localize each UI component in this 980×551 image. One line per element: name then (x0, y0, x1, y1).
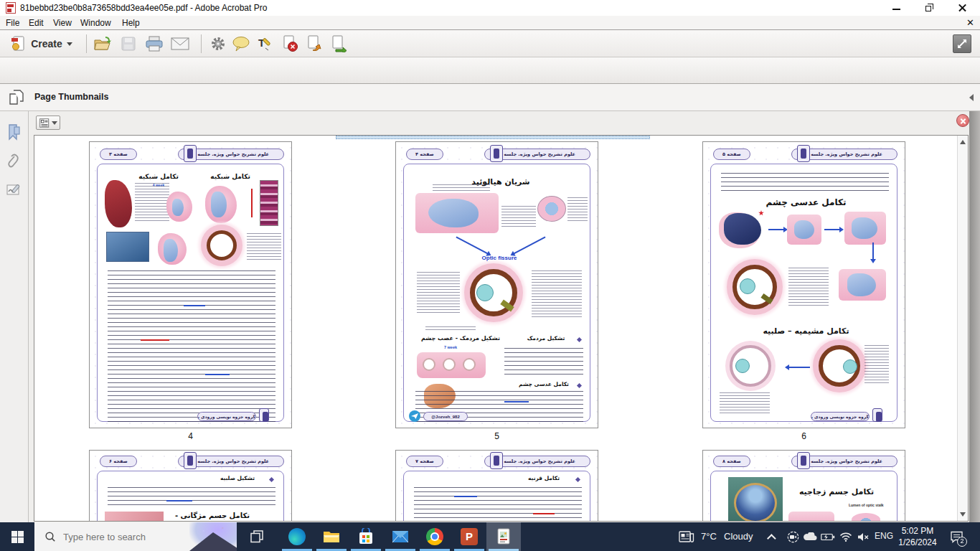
section-title: تکامل شبکیه (126, 173, 191, 180)
save-button[interactable] (118, 34, 139, 54)
blue-arrow (824, 229, 840, 230)
thumbnail-label-6[interactable]: 6 (702, 431, 905, 441)
weather-temp[interactable]: 7°C (701, 531, 717, 542)
convert-button[interactable] (329, 34, 349, 54)
body-text-block (108, 487, 275, 509)
collapse-panel-button[interactable] (966, 91, 977, 104)
taskbar-search[interactable] (34, 522, 237, 551)
clock[interactable]: 5:02 PM 1/26/2024 (895, 525, 940, 548)
print-button[interactable] (143, 34, 165, 54)
section-title: تکامل قرنیه (515, 475, 573, 481)
title-bar: 81bebbd23be0b8a73658bdd3ea4ee05e.pdf - A… (0, 0, 980, 16)
lens-vesicle-shape (847, 273, 876, 296)
ciliary-body-photo (105, 512, 164, 522)
thumbnail-label-4[interactable]: 4 (89, 431, 292, 441)
page-header-number: صفحه ۷ (406, 456, 443, 467)
eye-photo-background (728, 477, 783, 522)
delete-pages-button[interactable] (280, 34, 300, 54)
email-button[interactable] (169, 34, 191, 54)
close-button[interactable] (957, 2, 969, 14)
scroll-up-arrow[interactable] (960, 140, 966, 144)
tray-overflow-button[interactable] (763, 522, 782, 551)
language-indicator[interactable]: ENG (875, 531, 893, 541)
customize-toolbar-button[interactable] (953, 34, 971, 53)
minimize-glyph (892, 9, 900, 10)
restore-button[interactable] (924, 2, 936, 14)
histology-strip-image (260, 180, 278, 226)
page-thumbnails-panel-icon[interactable] (6, 88, 27, 108)
save-floppy-icon (121, 36, 136, 52)
bookmarks-tab[interactable] (5, 122, 24, 143)
diagram-labels (864, 345, 889, 385)
eye-cross-section (470, 269, 517, 316)
volume-muted-icon (857, 532, 870, 542)
eye-ring-diagram (207, 230, 237, 260)
window-title: 81bebbd23be0b8a73658bdd3ea4ee05e.pdf - A… (20, 3, 267, 13)
close-panel-button[interactable] (956, 114, 969, 127)
extract-pages-button[interactable] (304, 34, 324, 54)
battery-button[interactable] (818, 522, 838, 551)
thumbnail-page-9[interactable]: علوم تشریح حواس ویژه. جلسه ۵ صفحه ۸ تکام… (702, 450, 905, 522)
scroll-down-arrow[interactable] (960, 512, 966, 517)
taskbar-app-chrome[interactable] (418, 522, 452, 551)
minimize-button[interactable] (891, 2, 903, 14)
menu-edit[interactable]: Edit (29, 18, 44, 28)
open-file-button[interactable] (92, 34, 113, 54)
taskbar-app-mail[interactable] (383, 522, 418, 551)
comment-button[interactable] (231, 34, 251, 54)
wifi-button[interactable] (837, 522, 855, 551)
group-logo-small (259, 408, 269, 422)
thumbnail-page-5[interactable]: علوم تشریح حواس ویژه. جلسه ۵ صفحه ۴ شریا… (395, 141, 598, 428)
paperclip-icon (7, 152, 22, 171)
meet-now-button[interactable] (783, 522, 802, 551)
taskbar-app-powerpoint[interactable]: P (452, 522, 486, 551)
panel-header-bar: Page Thumbnails (0, 84, 980, 111)
close-document-icon[interactable]: ✕ (966, 17, 974, 28)
volume-button[interactable] (854, 522, 872, 551)
menu-help[interactable]: Help (122, 18, 140, 28)
customize-arrows-icon (956, 38, 968, 50)
keyword-highlight-red (533, 513, 555, 514)
menu-view[interactable]: View (53, 18, 72, 28)
stage-circle (463, 358, 476, 371)
page-body-frame: تکامل قرنیه (403, 471, 590, 522)
gear-icon (209, 35, 227, 52)
lens-shape (843, 359, 857, 374)
news-weather-button[interactable] (676, 522, 697, 551)
comment-bubble-icon (232, 36, 250, 52)
taskbar-app-acrobat-active[interactable] (486, 522, 521, 551)
toolbar-separator (86, 34, 87, 53)
create-button[interactable]: Create (4, 33, 79, 55)
search-input[interactable] (63, 532, 185, 542)
keyword-highlight-blue (454, 496, 477, 497)
taskbar: P 7°C Cloudy ENG 5:02 PM 1/ (0, 522, 980, 551)
keyword-highlight-red (141, 339, 169, 341)
intro-text-block (721, 173, 889, 194)
thumbnail-page-4[interactable]: علوم تشریح حواس ویژه. جلسه ۵ صفحه ۳ تکام… (89, 141, 292, 428)
open-folder-icon (93, 35, 112, 52)
onedrive-button[interactable] (801, 522, 819, 551)
thumbnail-page-6[interactable]: علوم تشریح حواس ویژه. جلسه ۵ صفحه ۵ تکام… (702, 141, 905, 428)
thumbnail-label-5[interactable]: 5 (395, 431, 598, 441)
settings-button[interactable] (208, 34, 228, 54)
taskbar-app-store[interactable] (349, 522, 383, 551)
thumbnails-options-button[interactable] (36, 116, 60, 130)
page-header-number: صفحه ۶ (100, 456, 137, 467)
thumbnail-page-8[interactable]: علوم تشریح حواس ویژه. جلسه ۵ صفحه ۷ تکام… (395, 450, 598, 522)
menu-window[interactable]: Window (80, 18, 111, 28)
signatures-tab[interactable] (5, 180, 24, 200)
bullet-diamond (269, 477, 274, 482)
highlight-text-button[interactable]: T (255, 34, 275, 54)
printer-icon (145, 35, 164, 52)
thumbnail-page-7[interactable]: علوم تشریح حواس ویژه. جلسه ۵ صفحه ۶ تشکی… (89, 450, 292, 522)
embryo-diagram (724, 213, 761, 245)
weather-condition[interactable]: Cloudy (724, 531, 753, 542)
taskbar-app-file-explorer[interactable] (314, 522, 349, 551)
menu-file[interactable]: File (6, 18, 19, 28)
vertical-scrollbar[interactable] (957, 136, 968, 521)
attachments-tab[interactable] (5, 151, 24, 172)
start-button[interactable] (0, 522, 34, 551)
signature-icon (6, 182, 22, 198)
task-view-button[interactable] (241, 522, 273, 551)
taskbar-app-edge[interactable] (280, 522, 314, 551)
